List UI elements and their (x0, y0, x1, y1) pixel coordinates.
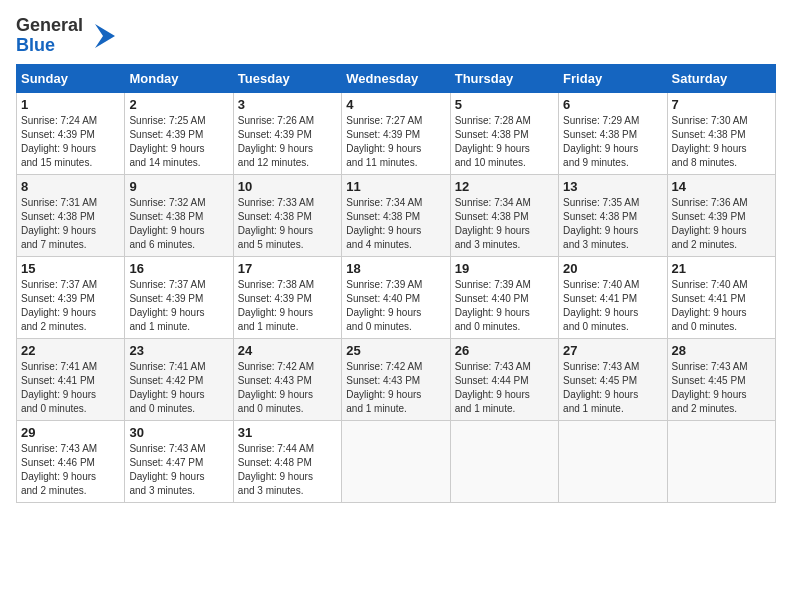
calendar-cell: 10Sunrise: 7:33 AM Sunset: 4:38 PM Dayli… (233, 174, 341, 256)
day-number: 15 (21, 261, 120, 276)
calendar-cell (559, 420, 667, 502)
day-number: 2 (129, 97, 228, 112)
calendar-cell: 6Sunrise: 7:29 AM Sunset: 4:38 PM Daylig… (559, 92, 667, 174)
calendar-week-row: 8Sunrise: 7:31 AM Sunset: 4:38 PM Daylig… (17, 174, 776, 256)
day-info: Sunrise: 7:44 AM Sunset: 4:48 PM Dayligh… (238, 442, 337, 498)
calendar-cell: 30Sunrise: 7:43 AM Sunset: 4:47 PM Dayli… (125, 420, 233, 502)
day-number: 3 (238, 97, 337, 112)
header-wednesday: Wednesday (342, 64, 450, 92)
calendar-cell: 27Sunrise: 7:43 AM Sunset: 4:45 PM Dayli… (559, 338, 667, 420)
day-info: Sunrise: 7:43 AM Sunset: 4:45 PM Dayligh… (563, 360, 662, 416)
day-number: 10 (238, 179, 337, 194)
logo: General Blue (16, 16, 119, 56)
header-tuesday: Tuesday (233, 64, 341, 92)
day-info: Sunrise: 7:43 AM Sunset: 4:44 PM Dayligh… (455, 360, 554, 416)
calendar-cell: 15Sunrise: 7:37 AM Sunset: 4:39 PM Dayli… (17, 256, 125, 338)
header-monday: Monday (125, 64, 233, 92)
calendar-cell (450, 420, 558, 502)
day-number: 13 (563, 179, 662, 194)
header-thursday: Thursday (450, 64, 558, 92)
day-info: Sunrise: 7:28 AM Sunset: 4:38 PM Dayligh… (455, 114, 554, 170)
day-info: Sunrise: 7:37 AM Sunset: 4:39 PM Dayligh… (129, 278, 228, 334)
day-info: Sunrise: 7:35 AM Sunset: 4:38 PM Dayligh… (563, 196, 662, 252)
day-info: Sunrise: 7:33 AM Sunset: 4:38 PM Dayligh… (238, 196, 337, 252)
day-info: Sunrise: 7:36 AM Sunset: 4:39 PM Dayligh… (672, 196, 771, 252)
calendar-cell: 29Sunrise: 7:43 AM Sunset: 4:46 PM Dayli… (17, 420, 125, 502)
day-info: Sunrise: 7:26 AM Sunset: 4:39 PM Dayligh… (238, 114, 337, 170)
calendar-week-row: 1Sunrise: 7:24 AM Sunset: 4:39 PM Daylig… (17, 92, 776, 174)
day-number: 7 (672, 97, 771, 112)
day-number: 27 (563, 343, 662, 358)
calendar-cell: 5Sunrise: 7:28 AM Sunset: 4:38 PM Daylig… (450, 92, 558, 174)
svg-marker-0 (95, 24, 115, 48)
day-number: 23 (129, 343, 228, 358)
day-number: 16 (129, 261, 228, 276)
logo-icon (87, 20, 119, 52)
calendar-header-row: SundayMondayTuesdayWednesdayThursdayFrid… (17, 64, 776, 92)
calendar-cell: 24Sunrise: 7:42 AM Sunset: 4:43 PM Dayli… (233, 338, 341, 420)
day-info: Sunrise: 7:38 AM Sunset: 4:39 PM Dayligh… (238, 278, 337, 334)
day-number: 28 (672, 343, 771, 358)
day-number: 11 (346, 179, 445, 194)
header-friday: Friday (559, 64, 667, 92)
day-info: Sunrise: 7:40 AM Sunset: 4:41 PM Dayligh… (672, 278, 771, 334)
calendar-cell: 28Sunrise: 7:43 AM Sunset: 4:45 PM Dayli… (667, 338, 775, 420)
day-number: 12 (455, 179, 554, 194)
calendar-cell: 14Sunrise: 7:36 AM Sunset: 4:39 PM Dayli… (667, 174, 775, 256)
calendar-week-row: 29Sunrise: 7:43 AM Sunset: 4:46 PM Dayli… (17, 420, 776, 502)
day-number: 20 (563, 261, 662, 276)
day-number: 14 (672, 179, 771, 194)
calendar-cell: 18Sunrise: 7:39 AM Sunset: 4:40 PM Dayli… (342, 256, 450, 338)
day-info: Sunrise: 7:24 AM Sunset: 4:39 PM Dayligh… (21, 114, 120, 170)
day-info: Sunrise: 7:34 AM Sunset: 4:38 PM Dayligh… (346, 196, 445, 252)
calendar-cell: 17Sunrise: 7:38 AM Sunset: 4:39 PM Dayli… (233, 256, 341, 338)
day-number: 30 (129, 425, 228, 440)
day-info: Sunrise: 7:29 AM Sunset: 4:38 PM Dayligh… (563, 114, 662, 170)
day-number: 18 (346, 261, 445, 276)
page-header: General Blue (16, 16, 776, 56)
day-info: Sunrise: 7:31 AM Sunset: 4:38 PM Dayligh… (21, 196, 120, 252)
calendar-cell: 13Sunrise: 7:35 AM Sunset: 4:38 PM Dayli… (559, 174, 667, 256)
day-number: 4 (346, 97, 445, 112)
day-info: Sunrise: 7:27 AM Sunset: 4:39 PM Dayligh… (346, 114, 445, 170)
calendar-cell: 4Sunrise: 7:27 AM Sunset: 4:39 PM Daylig… (342, 92, 450, 174)
day-info: Sunrise: 7:25 AM Sunset: 4:39 PM Dayligh… (129, 114, 228, 170)
day-info: Sunrise: 7:40 AM Sunset: 4:41 PM Dayligh… (563, 278, 662, 334)
calendar-cell (667, 420, 775, 502)
calendar-cell (342, 420, 450, 502)
calendar-week-row: 15Sunrise: 7:37 AM Sunset: 4:39 PM Dayli… (17, 256, 776, 338)
calendar-table: SundayMondayTuesdayWednesdayThursdayFrid… (16, 64, 776, 503)
calendar-cell: 12Sunrise: 7:34 AM Sunset: 4:38 PM Dayli… (450, 174, 558, 256)
calendar-cell: 1Sunrise: 7:24 AM Sunset: 4:39 PM Daylig… (17, 92, 125, 174)
calendar-cell: 3Sunrise: 7:26 AM Sunset: 4:39 PM Daylig… (233, 92, 341, 174)
calendar-week-row: 22Sunrise: 7:41 AM Sunset: 4:41 PM Dayli… (17, 338, 776, 420)
day-info: Sunrise: 7:42 AM Sunset: 4:43 PM Dayligh… (238, 360, 337, 416)
day-info: Sunrise: 7:34 AM Sunset: 4:38 PM Dayligh… (455, 196, 554, 252)
day-number: 26 (455, 343, 554, 358)
calendar-cell: 23Sunrise: 7:41 AM Sunset: 4:42 PM Dayli… (125, 338, 233, 420)
day-info: Sunrise: 7:41 AM Sunset: 4:42 PM Dayligh… (129, 360, 228, 416)
day-number: 22 (21, 343, 120, 358)
day-number: 1 (21, 97, 120, 112)
day-info: Sunrise: 7:37 AM Sunset: 4:39 PM Dayligh… (21, 278, 120, 334)
calendar-cell: 31Sunrise: 7:44 AM Sunset: 4:48 PM Dayli… (233, 420, 341, 502)
header-sunday: Sunday (17, 64, 125, 92)
day-number: 21 (672, 261, 771, 276)
calendar-cell: 9Sunrise: 7:32 AM Sunset: 4:38 PM Daylig… (125, 174, 233, 256)
day-info: Sunrise: 7:30 AM Sunset: 4:38 PM Dayligh… (672, 114, 771, 170)
day-number: 6 (563, 97, 662, 112)
calendar-cell: 8Sunrise: 7:31 AM Sunset: 4:38 PM Daylig… (17, 174, 125, 256)
day-number: 5 (455, 97, 554, 112)
day-number: 19 (455, 261, 554, 276)
day-info: Sunrise: 7:32 AM Sunset: 4:38 PM Dayligh… (129, 196, 228, 252)
day-number: 24 (238, 343, 337, 358)
calendar-cell: 11Sunrise: 7:34 AM Sunset: 4:38 PM Dayli… (342, 174, 450, 256)
day-info: Sunrise: 7:43 AM Sunset: 4:47 PM Dayligh… (129, 442, 228, 498)
logo-text: General Blue (16, 16, 83, 56)
day-number: 17 (238, 261, 337, 276)
calendar-cell: 16Sunrise: 7:37 AM Sunset: 4:39 PM Dayli… (125, 256, 233, 338)
day-info: Sunrise: 7:42 AM Sunset: 4:43 PM Dayligh… (346, 360, 445, 416)
day-info: Sunrise: 7:39 AM Sunset: 4:40 PM Dayligh… (455, 278, 554, 334)
day-number: 25 (346, 343, 445, 358)
day-number: 29 (21, 425, 120, 440)
